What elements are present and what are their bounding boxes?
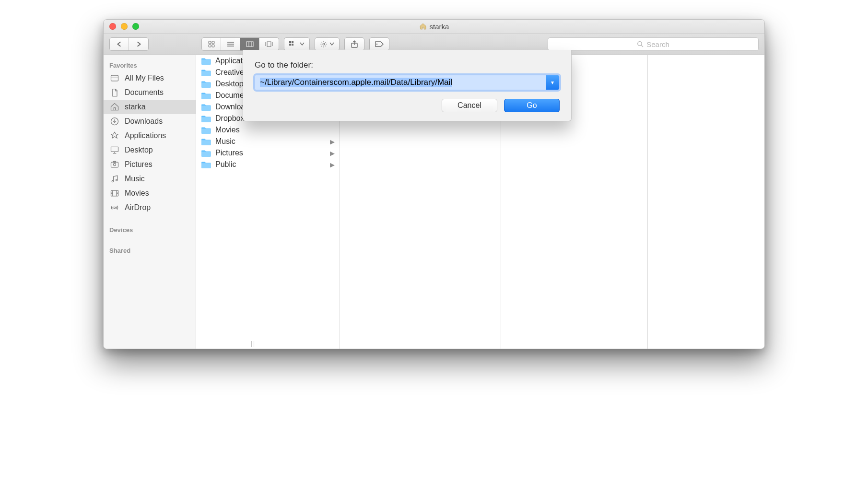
applications-icon	[109, 131, 120, 141]
svg-point-12	[376, 44, 377, 45]
share-button[interactable]	[344, 37, 364, 51]
folder-icon	[201, 57, 211, 65]
folder-label: Music	[215, 137, 235, 146]
svg-rect-14	[111, 75, 118, 81]
minimize-window-button[interactable]	[121, 23, 128, 30]
sidebar-item-home[interactable]: starka	[104, 100, 196, 114]
column-view-button[interactable]	[240, 38, 259, 50]
svg-rect-0	[209, 41, 211, 44]
sidebar-item-label: Applications	[125, 131, 166, 140]
folder-icon	[201, 126, 211, 134]
airdrop-icon	[109, 203, 120, 212]
folder-row[interactable]: Public▶	[196, 159, 340, 170]
svg-rect-5	[267, 42, 271, 47]
close-window-button[interactable]	[109, 23, 116, 30]
sidebar-item-downloads[interactable]: Downloads	[104, 114, 196, 129]
folder-icon	[201, 149, 211, 157]
folder-label: Dropbox	[215, 114, 244, 123]
svg-rect-8	[289, 44, 291, 46]
back-button[interactable]	[110, 38, 129, 50]
go-button[interactable]: Go	[504, 99, 560, 112]
search-icon	[637, 41, 644, 47]
documents-icon	[109, 88, 120, 97]
path-combobox: ▾	[255, 75, 560, 90]
folder-row[interactable]: Music▶	[196, 136, 340, 147]
sidebar-header-devices: Devices	[104, 223, 196, 235]
svg-point-10	[323, 43, 325, 45]
tags-button[interactable]	[369, 37, 389, 51]
cancel-button[interactable]: Cancel	[442, 99, 497, 112]
sidebar-item-label: AirDrop	[125, 203, 151, 212]
path-dropdown-button[interactable]: ▾	[546, 75, 559, 90]
sidebar-item-movies[interactable]: Movies	[104, 186, 196, 200]
folder-icon	[201, 80, 211, 88]
search-field[interactable]: Search	[548, 37, 759, 51]
svg-rect-1	[212, 41, 214, 44]
sidebar-item-label: Movies	[125, 189, 149, 198]
folder-row[interactable]: Movies	[196, 124, 340, 136]
folder-icon	[201, 160, 211, 169]
sidebar-item-label: Downloads	[125, 117, 163, 126]
dialog-button-row: Cancel Go	[255, 99, 560, 112]
folder-icon	[201, 103, 211, 111]
window-title-text: starka	[430, 23, 449, 31]
sidebar: Favorites All My Files Documents starka …	[104, 55, 196, 349]
column-4	[648, 55, 764, 349]
sidebar-item-desktop[interactable]: Desktop	[104, 143, 196, 157]
svg-rect-3	[212, 45, 214, 47]
svg-point-13	[638, 42, 642, 46]
coverflow-view-button[interactable]	[259, 38, 279, 50]
sidebar-item-label: Documents	[125, 88, 164, 97]
svg-rect-2	[209, 45, 211, 47]
search-placeholder: Search	[646, 40, 669, 48]
gear-icon	[320, 40, 328, 48]
svg-point-23	[114, 207, 115, 208]
downloads-icon	[109, 117, 120, 126]
sidebar-item-music[interactable]: Music	[104, 172, 196, 186]
folder-row[interactable]: Pictures▶	[196, 147, 340, 159]
folder-icon	[201, 91, 211, 100]
chevron-right-icon: ▶	[330, 150, 335, 157]
forward-button[interactable]	[129, 38, 148, 50]
column-resize-handle[interactable]: ||	[247, 340, 259, 347]
dialog-label: Go to the folder:	[255, 60, 560, 70]
chevron-right-icon: ▶	[330, 161, 335, 168]
folder-icon	[201, 114, 211, 123]
svg-rect-9	[292, 44, 293, 46]
svg-point-20	[112, 180, 113, 182]
folder-label: Movies	[215, 126, 240, 134]
folder-label: Desktop	[215, 80, 244, 88]
sidebar-item-label: All My Files	[125, 74, 164, 82]
tag-icon	[375, 41, 384, 47]
home-icon	[419, 23, 427, 30]
list-view-button[interactable]	[221, 38, 240, 50]
sidebar-item-applications[interactable]: Applications	[104, 129, 196, 143]
window-title: starka	[104, 23, 764, 31]
titlebar: starka	[104, 20, 764, 34]
view-switcher	[201, 37, 279, 51]
sidebar-item-label: Desktop	[125, 146, 153, 154]
sidebar-item-airdrop[interactable]: AirDrop	[104, 200, 196, 215]
sidebar-item-documents[interactable]: Documents	[104, 85, 196, 100]
go-to-folder-dialog: Go to the folder: ▾ Cancel Go	[243, 50, 572, 121]
allfiles-icon	[109, 73, 120, 83]
chevron-right-icon: ▶	[330, 138, 335, 145]
go-button-label: Go	[527, 101, 537, 110]
home-icon	[109, 102, 120, 112]
sidebar-header-favorites: Favorites	[104, 59, 196, 71]
svg-rect-7	[292, 41, 293, 43]
sidebar-header-shared: Shared	[104, 244, 196, 256]
sidebar-item-all-my-files[interactable]: All My Files	[104, 71, 196, 85]
sidebar-item-pictures[interactable]: Pictures	[104, 157, 196, 172]
movies-icon	[109, 188, 120, 198]
arrange-button[interactable]	[284, 37, 310, 51]
sidebar-item-label: Music	[125, 175, 145, 183]
path-input[interactable]	[255, 75, 546, 90]
svg-point-18	[114, 164, 116, 166]
cancel-button-label: Cancel	[457, 101, 481, 110]
zoom-window-button[interactable]	[132, 23, 139, 30]
action-button[interactable]	[315, 37, 340, 51]
svg-rect-16	[111, 147, 118, 152]
svg-rect-4	[246, 42, 253, 47]
icon-view-button[interactable]	[202, 38, 221, 50]
